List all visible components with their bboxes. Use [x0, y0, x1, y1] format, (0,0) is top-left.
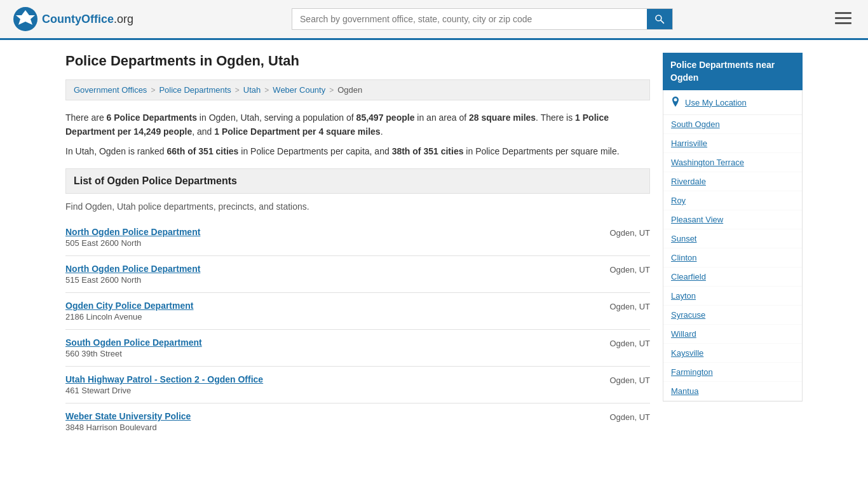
table-row: South Ogden Police Department 560 39th S… — [65, 329, 650, 366]
desc-bold1: 6 Police Departments — [107, 112, 197, 123]
use-my-location-label: Use My Location — [685, 98, 747, 107]
desc-end3: in Police Departments per square mile. — [463, 146, 619, 156]
breadcrumb-sep-3: > — [329, 86, 334, 95]
header: CountyOffice.org — [0, 0, 868, 40]
sidebar-city-link[interactable]: South Ogden — [663, 115, 802, 134]
sidebar-title: Police Departments near Ogden — [663, 53, 803, 90]
breadcrumb-item-3[interactable]: Weber County — [273, 85, 325, 95]
logo-icon — [13, 6, 38, 32]
sidebar-city-link[interactable]: Washington Terrace — [663, 153, 802, 172]
sidebar-city-link[interactable]: Sunset — [663, 229, 802, 248]
sidebar-cities: South OgdenHarrisvilleWashington Terrace… — [663, 115, 802, 401]
dept-address: 3848 Harrison Boulevard — [65, 423, 599, 432]
dept-info: North Ogden Police Department 515 East 2… — [65, 264, 599, 285]
desc-bold2: 85,497 people — [356, 112, 415, 123]
sidebar-city-link[interactable]: Harrisville — [663, 134, 802, 153]
table-row: Utah Highway Patrol - Section 2 - Ogden … — [65, 366, 650, 403]
breadcrumb-item-2[interactable]: Utah — [243, 85, 261, 95]
desc-bold3: 28 square miles — [469, 112, 536, 123]
sidebar-city-link[interactable]: Willard — [663, 325, 802, 344]
breadcrumb-item-0[interactable]: Government Offices — [74, 85, 147, 95]
list-section: List of Ogden Police Departments Find Og… — [65, 168, 650, 440]
list-heading: List of Ogden Police Departments — [65, 168, 650, 194]
location-pin-icon — [671, 97, 680, 108]
table-row: North Ogden Police Department 505 East 2… — [65, 219, 650, 255]
search-input[interactable] — [292, 9, 647, 29]
search-area — [292, 8, 673, 30]
desc-bold7: 38th of 351 cities — [392, 146, 464, 156]
sidebar-content: Use My Location South OgdenHarrisvilleWa… — [663, 90, 803, 402]
desc-end1: . There is — [536, 112, 575, 123]
sidebar-city-link[interactable]: Farmington — [663, 363, 802, 382]
hamburger-icon — [835, 11, 851, 25]
list-intro: Find Ogden, Utah police departments, pre… — [65, 194, 650, 214]
dept-name[interactable]: Ogden City Police Department — [65, 301, 599, 311]
dept-info: Weber State University Police 3848 Harri… — [65, 411, 599, 432]
dept-name[interactable]: South Ogden Police Department — [65, 337, 599, 348]
desc-mid3: in Police Departments per capita, and — [238, 146, 391, 156]
sidebar-city-link[interactable]: Syracuse — [663, 306, 802, 325]
desc-end2: , and — [192, 126, 214, 137]
dept-info: South Ogden Police Department 560 39th S… — [65, 337, 599, 358]
dept-name[interactable]: Weber State University Police — [65, 411, 599, 421]
use-my-location[interactable]: Use My Location — [663, 90, 802, 115]
dept-info: Utah Highway Patrol - Section 2 - Ogden … — [65, 374, 599, 395]
page-title: Police Departments in Ogden, Utah — [65, 53, 650, 69]
sidebar-city-link[interactable]: Clinton — [663, 248, 802, 268]
logo-area: CountyOffice.org — [13, 6, 133, 32]
breadcrumb-sep-1: > — [235, 86, 240, 95]
dept-name[interactable]: North Ogden Police Department — [65, 227, 599, 237]
sidebar-city-link[interactable]: Clearfield — [663, 268, 802, 287]
sidebar-city-link[interactable]: Roy — [663, 191, 802, 210]
dept-location: Ogden, UT — [599, 227, 650, 238]
sidebar-city-link[interactable]: Pleasant View — [663, 210, 802, 229]
menu-button[interactable] — [831, 8, 855, 31]
dept-name[interactable]: North Ogden Police Department — [65, 264, 599, 274]
svg-line-3 — [661, 20, 663, 23]
page-container: Police Departments in Ogden, Utah Govern… — [53, 40, 815, 452]
logo-text: CountyOffice.org — [42, 13, 133, 26]
breadcrumb: Government Offices > Police Departments … — [65, 79, 650, 100]
dept-location: Ogden, UT — [599, 374, 650, 385]
sidebar: Police Departments near Ogden Use My Loc… — [663, 53, 803, 440]
table-row: Ogden City Police Department 2186 Lincol… — [65, 292, 650, 329]
sidebar-city-link[interactable]: Layton — [663, 287, 802, 306]
dept-list: North Ogden Police Department 505 East 2… — [65, 219, 650, 440]
table-row: North Ogden Police Department 515 East 2… — [65, 255, 650, 292]
breadcrumb-sep-0: > — [151, 86, 155, 95]
search-icon — [654, 14, 665, 24]
breadcrumb-sep-2: > — [264, 86, 269, 95]
breadcrumb-item-1[interactable]: Police Departments — [159, 85, 231, 95]
dept-name[interactable]: Utah Highway Patrol - Section 2 - Ogden … — [65, 374, 599, 384]
dept-info: Ogden City Police Department 2186 Lincol… — [65, 301, 599, 322]
main-content: Police Departments in Ogden, Utah Govern… — [65, 53, 650, 440]
dept-address: 461 Stewart Drive — [65, 386, 599, 395]
desc-pre2: In Utah, Ogden is ranked — [65, 146, 167, 156]
dept-address: 505 East 2600 North — [65, 238, 599, 248]
search-input-wrapper — [292, 8, 673, 30]
desc-bold6: 66th of 351 cities — [167, 146, 239, 156]
desc-bold5: 1 Police Department per 4 square miles — [214, 126, 380, 137]
dept-location: Ogden, UT — [599, 411, 650, 422]
sidebar-city-link[interactable]: Mantua — [663, 382, 802, 401]
dept-address: 560 39th Street — [65, 349, 599, 358]
desc-mid1: in Ogden, Utah, serving a population of — [197, 112, 356, 123]
sidebar-city-link[interactable]: Riverdale — [663, 172, 802, 191]
svg-rect-5 — [835, 17, 851, 19]
description: There are 6 Police Departments in Ogden,… — [65, 111, 650, 158]
dept-location: Ogden, UT — [599, 301, 650, 311]
dept-info: North Ogden Police Department 505 East 2… — [65, 227, 599, 248]
svg-rect-4 — [835, 12, 851, 14]
svg-rect-6 — [835, 22, 851, 24]
desc-period: . — [381, 126, 383, 137]
sidebar-city-link[interactable]: Kaysville — [663, 344, 802, 363]
search-button[interactable] — [647, 9, 672, 29]
dept-address: 515 East 2600 North — [65, 275, 599, 285]
desc-pre1: There are — [65, 112, 107, 123]
table-row: Weber State University Police 3848 Harri… — [65, 403, 650, 440]
dept-address: 2186 Lincoln Avenue — [65, 312, 599, 322]
breadcrumb-item-4: Ogden — [337, 85, 362, 95]
desc-mid2: in an area of — [414, 112, 469, 123]
dept-location: Ogden, UT — [599, 264, 650, 274]
dept-location: Ogden, UT — [599, 337, 650, 348]
